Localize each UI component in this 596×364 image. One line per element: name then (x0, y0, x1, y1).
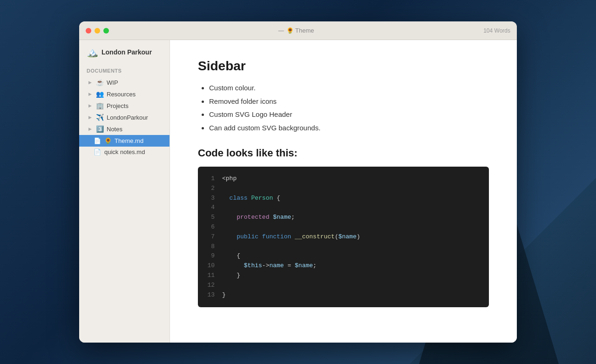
code-line-3: 3 class Person { (205, 194, 481, 203)
line-code: class Person { (222, 194, 280, 203)
maximize-button[interactable] (103, 28, 109, 34)
line-number: 2 (205, 184, 215, 194)
line-code: $this->name = $name; (222, 261, 317, 271)
line-number: 9 (205, 251, 215, 261)
code-line-4: 4 (205, 203, 481, 213)
code-line-2: 2 (205, 184, 481, 194)
line-code (222, 281, 226, 290)
wip-icon: ☕ (95, 79, 104, 86)
resources-icon: 👥 (95, 90, 104, 98)
list-item: Custom colour. (209, 83, 489, 94)
sidebar-item-resources[interactable]: ▶ 👥 Resources (81, 88, 168, 100)
pin-icon: — (278, 27, 284, 34)
line-code: } (222, 271, 240, 281)
list-item: Can add custom SVG backgrounds. (209, 123, 489, 134)
chevron-right-icon: ▶ (88, 103, 92, 108)
sidebar: 🏔️ London Parkour Documents ▶ ☕ WIP ▶ 👥 … (79, 40, 170, 343)
chevron-right-icon: ▶ (88, 115, 92, 120)
sidebar-item-notes-label: Notes (107, 126, 160, 133)
line-number: 13 (205, 290, 215, 300)
section1-list: Custom colour. Removed folder icons Cust… (198, 83, 489, 133)
sidebar-header: 🏔️ London Parkour (79, 40, 169, 61)
sidebar-item-wip-label: WIP (107, 79, 160, 86)
file-item-quicknotes-label: quick notes.md (104, 148, 145, 155)
code-line-1: 1 <php (205, 174, 481, 184)
theme-emoji-icon: 🌻 (104, 137, 112, 144)
chevron-right-icon: ▶ (88, 127, 92, 131)
line-number: 1 (205, 174, 215, 184)
sidebar-item-londonparkour-label: LondonParkour (107, 114, 160, 121)
line-code (222, 222, 226, 232)
line-number: 3 (205, 194, 215, 203)
code-line-7: 7 public function __construct($name) (205, 232, 481, 242)
line-number: 7 (205, 232, 215, 242)
minimize-button[interactable] (95, 28, 100, 34)
line-number: 5 (205, 213, 215, 222)
code-line-13: 13 } (205, 290, 481, 300)
sidebar-item-resources-label: Resources (107, 91, 160, 98)
list-item: Removed folder icons (209, 96, 489, 107)
logo-icon: 🏔️ (87, 47, 98, 58)
theme-file-icon: 📄 (93, 137, 102, 144)
titlebar-title: 🌻 Theme (286, 27, 314, 34)
app-name: London Parkour (102, 48, 152, 56)
section2-title: Code looks like this: (198, 147, 489, 159)
line-code: { (222, 251, 240, 261)
londonparkour-icon: ✈️ (95, 114, 104, 121)
code-line-8: 8 (205, 242, 481, 252)
sidebar-item-projects[interactable]: ▶ 🏢 Projects (81, 100, 168, 111)
chevron-right-icon: ▶ (88, 92, 92, 96)
list-item: Custom SVG Logo Header (209, 109, 489, 120)
line-code (222, 242, 226, 252)
sidebar-item-notes[interactable]: ▶ 3️⃣ Notes (81, 123, 168, 135)
titlebar-center: — 🌻 Theme (278, 27, 314, 34)
editor: Sidebar Custom colour. Removed folder ic… (170, 40, 517, 343)
code-line-5: 5 protected $name; (205, 213, 481, 222)
line-number: 11 (205, 271, 215, 281)
word-count: 104 Words (483, 27, 510, 34)
file-item-theme-label: Theme.md (115, 137, 143, 144)
section-label: Documents (79, 61, 169, 76)
line-number: 12 (205, 281, 215, 290)
line-number: 8 (205, 242, 215, 252)
sidebar-nav: ▶ ☕ WIP ▶ 👥 Resources ▶ 🏢 Projects ▶ ✈️ (79, 76, 169, 135)
file-item-theme[interactable]: 📄 🌻 Theme.md (79, 135, 169, 147)
code-block: 1 <php 2 3 class Person { 4 5 (198, 167, 489, 307)
traffic-lights (86, 28, 109, 34)
line-code: } (222, 290, 226, 300)
section1-title: Sidebar (198, 59, 489, 74)
code-line-11: 11 } (205, 271, 481, 281)
code-line-9: 9 { (205, 251, 481, 261)
main-area: 🏔️ London Parkour Documents ▶ ☕ WIP ▶ 👥 … (79, 40, 517, 343)
file-item-quicknotes[interactable]: 📄 quick notes.md (79, 147, 169, 157)
line-number: 10 (205, 261, 215, 271)
projects-icon: 🏢 (95, 102, 104, 109)
app-logo: 🏔️ London Parkour (87, 47, 162, 58)
line-code (222, 184, 226, 194)
line-number: 4 (205, 203, 215, 213)
sidebar-item-wip[interactable]: ▶ ☕ WIP (81, 77, 168, 88)
line-code: <php (222, 174, 237, 184)
sidebar-item-londonparkour[interactable]: ▶ ✈️ LondonParkour (81, 112, 168, 123)
app-window: — 🌻 Theme 104 Words 🏔️ London Parkour Do… (79, 21, 517, 343)
quicknotes-file-icon: 📄 (93, 148, 102, 155)
line-code: public function __construct($name) (222, 232, 360, 242)
line-code (222, 203, 226, 213)
close-button[interactable] (86, 28, 91, 34)
sidebar-item-projects-label: Projects (107, 102, 160, 109)
code-line-6: 6 (205, 222, 481, 232)
line-number: 6 (205, 222, 215, 232)
titlebar: — 🌻 Theme 104 Words (79, 21, 517, 40)
code-line-10: 10 $this->name = $name; (205, 261, 481, 271)
chevron-right-icon: ▶ (88, 80, 92, 85)
notes-icon: 3️⃣ (95, 125, 104, 133)
line-code: protected $name; (222, 213, 295, 222)
code-line-12: 12 (205, 281, 481, 290)
